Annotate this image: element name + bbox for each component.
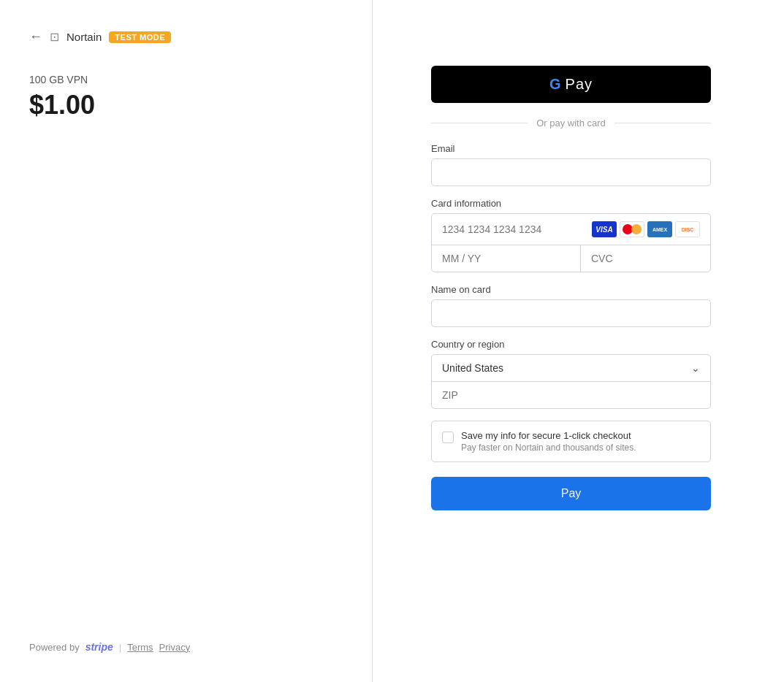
or-pay-divider: Or pay with card (431, 118, 711, 129)
google-pay-button[interactable]: G Pay (431, 66, 711, 103)
country-region-container: United States ⌄ (431, 354, 711, 409)
product-price: $1.00 (29, 90, 343, 120)
card-number-row: VISA AMEX DISC (432, 214, 710, 245)
card-cvc-input[interactable] (581, 245, 711, 272)
chevron-down-icon: ⌄ (691, 362, 700, 374)
pay-button[interactable]: Pay (431, 477, 711, 510)
powered-by-text: Powered by (29, 642, 80, 653)
discover-icon: DISC (675, 221, 700, 237)
left-top-section: ← ⊡ Nortain TEST MODE 100 GB VPN $1.00 (29, 29, 343, 120)
product-name: 100 GB VPN (29, 74, 343, 85)
email-field-group: Email (431, 143, 711, 186)
save-info-text: Save my info for secure 1-click checkout… (461, 430, 636, 453)
country-region-label: Country or region (431, 339, 711, 350)
zip-input[interactable] (432, 382, 710, 408)
back-icon: ← (29, 29, 42, 45)
right-panel: G Pay Or pay with card Email Card inform… (373, 0, 784, 682)
privacy-link[interactable]: Privacy (159, 642, 191, 653)
merchant-name: Nortain (66, 31, 102, 43)
gpay-label: Pay (566, 76, 593, 93)
or-text: Or pay with card (536, 118, 606, 129)
left-footer: Powered by stripe | Terms Privacy (29, 641, 343, 653)
window-icon: ⊡ (50, 30, 59, 44)
card-info-field-group: Card information VISA AMEX DISC (431, 198, 711, 272)
country-select-value: United States (442, 362, 691, 374)
save-info-box: Save my info for secure 1-click checkout… (431, 421, 711, 462)
stripe-logo: stripe (85, 641, 113, 653)
back-button[interactable]: ← (29, 29, 42, 45)
terms-link[interactable]: Terms (127, 642, 153, 653)
mastercard-icon (620, 221, 644, 237)
country-select[interactable]: United States ⌄ (432, 355, 710, 382)
save-info-subtitle: Pay faster on Nortain and thousands of s… (461, 442, 636, 453)
card-bottom-row (432, 245, 710, 272)
test-mode-badge: TEST MODE (109, 31, 171, 43)
nav-bar: ← ⊡ Nortain TEST MODE (29, 29, 343, 45)
visa-icon: VISA (592, 221, 617, 237)
save-info-checkbox[interactable] (442, 432, 454, 443)
country-region-field-group: Country or region United States ⌄ (431, 339, 711, 409)
amex-icon: AMEX (647, 221, 672, 237)
name-on-card-field-group: Name on card (431, 284, 711, 327)
card-info-label: Card information (431, 198, 711, 209)
card-info-container: VISA AMEX DISC (431, 213, 711, 272)
g-letter: G (549, 76, 561, 93)
email-input[interactable] (431, 158, 711, 186)
footer-divider: | (119, 642, 121, 653)
email-label: Email (431, 143, 711, 154)
name-on-card-input[interactable] (431, 299, 711, 327)
payment-form: Email Card information VISA AMEX (431, 143, 711, 510)
card-number-input[interactable] (442, 223, 585, 235)
name-on-card-label: Name on card (431, 284, 711, 295)
left-panel: ← ⊡ Nortain TEST MODE 100 GB VPN $1.00 P… (0, 0, 373, 682)
divider-line-left (431, 123, 528, 123)
card-icons: VISA AMEX DISC (592, 221, 700, 237)
save-info-title: Save my info for secure 1-click checkout (461, 430, 636, 441)
divider-line-right (614, 123, 711, 123)
card-expiry-input[interactable] (432, 245, 581, 272)
